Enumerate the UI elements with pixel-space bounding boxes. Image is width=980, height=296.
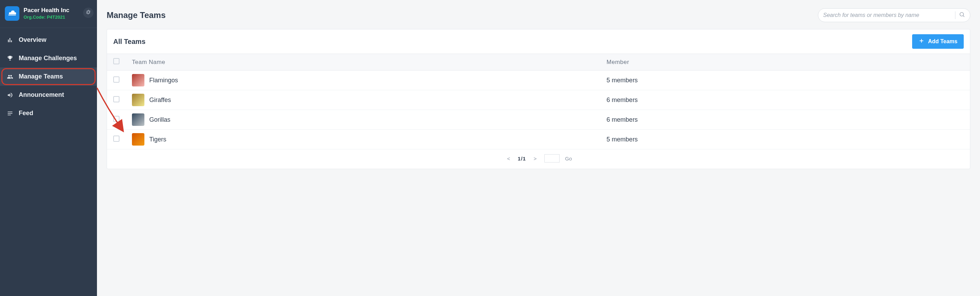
select-all-checkbox[interactable]: [113, 58, 119, 64]
team-members: 5 members: [600, 130, 970, 149]
table-row[interactable]: Flamingos5 members: [107, 71, 970, 90]
sidebar-item-feed[interactable]: Feed: [0, 104, 97, 122]
row-checkbox[interactable]: [113, 96, 119, 102]
pager-position: 1/1: [518, 156, 526, 161]
teams-card: All Teams Add Teams Team Name Member: [107, 29, 970, 169]
sidebar-item-label: Overview: [19, 36, 46, 44]
add-teams-label: Add Teams: [928, 38, 958, 44]
team-name: Gorillas: [149, 116, 170, 123]
svg-point-0: [960, 13, 964, 16]
sidebar-item-label: Manage Teams: [19, 73, 63, 80]
team-members: 5 members: [600, 71, 970, 90]
table-row[interactable]: Giraffes6 members: [107, 90, 970, 110]
settings-button[interactable]: [83, 8, 94, 18]
team-avatar: [132, 94, 145, 106]
search-bar: [818, 8, 970, 22]
pager-input[interactable]: [544, 154, 560, 163]
team-avatar: [132, 74, 145, 87]
column-header-member[interactable]: Member: [600, 54, 970, 71]
team-avatar: [132, 113, 145, 126]
org-header: Pacer Health Inc Org.Code: P4T2021: [0, 0, 97, 26]
org-logo: [5, 6, 19, 21]
sidebar-item-label: Announcement: [19, 91, 64, 98]
table-row[interactable]: Gorillas6 members: [107, 110, 970, 130]
trophy-icon: [6, 55, 14, 62]
search-icon: [959, 11, 965, 19]
team-name: Giraffes: [149, 97, 171, 104]
sidebar-item-challenges[interactable]: Manage Challenges: [0, 49, 97, 67]
team-avatar: [132, 133, 145, 146]
row-checkbox[interactable]: [113, 136, 119, 142]
column-header-name[interactable]: Team Name: [126, 54, 600, 71]
team-members: 6 members: [600, 90, 970, 110]
plus-icon: [918, 38, 924, 45]
megaphone-icon: [6, 92, 14, 98]
pager-prev[interactable]: <: [505, 156, 512, 161]
main-content: Manage Teams All Teams Add Teams: [97, 0, 980, 296]
sidebar-item-label: Feed: [19, 109, 33, 117]
search-divider: [955, 11, 955, 19]
search-button[interactable]: [959, 11, 965, 19]
sidebar-item-announcement[interactable]: Announcement: [0, 86, 97, 104]
search-input[interactable]: [823, 12, 951, 18]
team-name: Flamingos: [149, 77, 178, 84]
gear-icon: [86, 9, 91, 16]
row-checkbox[interactable]: [113, 76, 119, 83]
add-teams-button[interactable]: Add Teams: [912, 34, 964, 49]
org-code: Org.Code: P4T2021: [24, 14, 69, 20]
team-name: Tigers: [149, 136, 166, 143]
sidebar-divider: [0, 28, 97, 28]
team-members: 6 members: [600, 110, 970, 130]
pager-go[interactable]: Go: [565, 156, 572, 161]
table-row[interactable]: Tigers5 members: [107, 130, 970, 149]
sidebar-item-overview[interactable]: Overview: [0, 31, 97, 49]
sidebar-item-label: Manage Challenges: [19, 55, 77, 62]
org-name: Pacer Health Inc: [24, 7, 69, 14]
teams-table: Team Name Member Flamingos5 membersGiraf…: [107, 54, 970, 149]
sidebar: Pacer Health Inc Org.Code: P4T2021 Overv…: [0, 0, 97, 296]
feed-icon: [6, 110, 14, 117]
users-icon: [6, 74, 14, 80]
card-title: All Teams: [113, 38, 145, 46]
pager-next[interactable]: >: [531, 156, 539, 161]
page-title: Manage Teams: [107, 10, 165, 20]
sidebar-nav: Overview Manage Challenges Manage Teams: [0, 31, 97, 122]
sidebar-item-teams[interactable]: Manage Teams: [0, 67, 97, 86]
row-checkbox[interactable]: [113, 116, 119, 122]
pagination: < 1/1 > Go: [107, 149, 970, 169]
shoe-icon: [8, 8, 17, 19]
bar-chart-icon: [6, 37, 14, 43]
svg-line-1: [963, 16, 964, 17]
